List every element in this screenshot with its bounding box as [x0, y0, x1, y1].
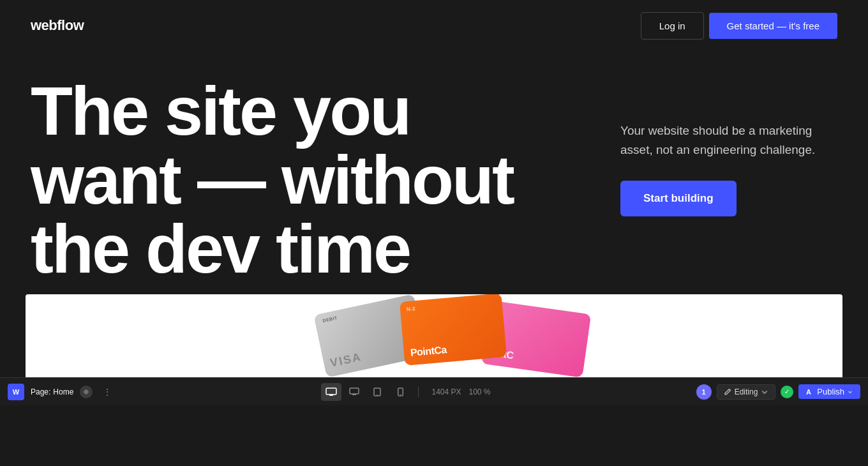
navbar: webflow Log in Get started — it's free	[0, 0, 868, 51]
nav-actions: Log in Get started — it's free	[641, 12, 837, 40]
svg-rect-1	[326, 388, 336, 395]
page-label: Page: Home	[31, 387, 73, 396]
headline-line1: The site you	[31, 72, 410, 149]
chevron-down-icon	[761, 388, 768, 396]
publish-label: Publish	[817, 387, 844, 396]
pointca-label: PointCa	[410, 344, 447, 359]
hero-left: The site you want — without the dev time	[31, 70, 620, 283]
get-started-button[interactable]: Get started — it's free	[709, 13, 837, 39]
hero-section: The site you want — without the dev time…	[0, 51, 868, 405]
headline-line3: the dev time	[31, 210, 410, 287]
card-visa-label: VISA	[329, 350, 363, 370]
svg-text:A: A	[806, 388, 811, 396]
svg-rect-4	[352, 394, 356, 395]
hero-right: Your website should be a marketing asset…	[620, 70, 837, 216]
pencil-icon	[724, 388, 731, 396]
hero-description: Your website should be a marketing asset…	[620, 121, 837, 160]
cards-container: DEBIT VISA N-2 PointCa ointC	[306, 294, 562, 377]
publish-chevron-icon	[848, 389, 853, 395]
start-building-button[interactable]: Start building	[620, 181, 737, 216]
preview-icon[interactable]	[80, 386, 93, 398]
editor-bar: W Page: Home ⋮	[0, 377, 868, 405]
svg-point-6	[377, 394, 378, 395]
headline-line2: want — without	[31, 141, 513, 218]
viewport-desktop[interactable]	[344, 383, 364, 401]
type-icon: A	[806, 388, 814, 396]
svg-rect-2	[329, 395, 333, 396]
separator	[418, 387, 419, 397]
editing-label: Editing	[735, 387, 758, 396]
viewport-mobile[interactable]	[390, 383, 410, 401]
wf-logo-icon: W	[8, 384, 24, 400]
canvas-content: DEBIT VISA N-2 PointCa ointC	[26, 294, 842, 377]
page-prefix: Page:	[31, 387, 50, 396]
dimension-label: 1404 PX	[431, 387, 461, 396]
editor-bar-right: 1 Editing ✓ A Publish	[696, 384, 860, 400]
editing-button[interactable]: Editing	[717, 384, 776, 400]
viewport-tablet[interactable]	[367, 383, 387, 401]
svg-point-8	[400, 394, 401, 395]
svg-rect-3	[350, 388, 359, 394]
editor-bar-center: 1404 PX 100 %	[116, 383, 696, 401]
hero-headline: The site you want — without the dev time	[31, 77, 620, 283]
viewport-desktop-large[interactable]	[321, 383, 341, 401]
pointcard-orange: N-2 PointCa	[400, 294, 507, 366]
more-options-icon[interactable]: ⋮	[99, 387, 116, 397]
login-button[interactable]: Log in	[641, 12, 704, 40]
webflow-logo: webflow	[31, 17, 84, 34]
svg-point-0	[86, 391, 87, 392]
zoom-label: 100 %	[469, 387, 491, 396]
publish-button[interactable]: A Publish	[798, 384, 860, 399]
user-avatar: 1	[696, 384, 712, 400]
status-check-icon: ✓	[781, 386, 793, 398]
page-name: Home	[53, 387, 73, 396]
canvas-preview: DEBIT VISA N-2 PointCa ointC	[26, 294, 842, 377]
editor-bar-left: W Page: Home ⋮	[8, 384, 116, 400]
